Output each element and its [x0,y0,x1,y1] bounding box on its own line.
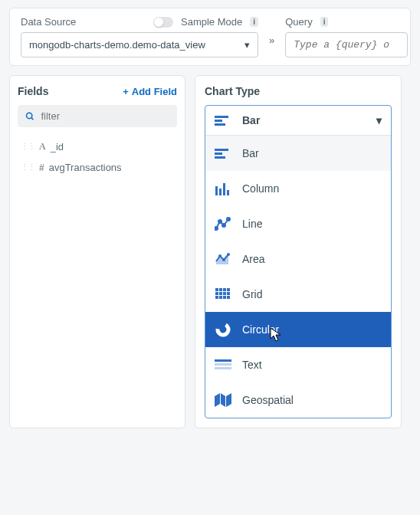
field-item-avg[interactable]: ⋮⋮ # avgTransactions [18,157,177,178]
bar-icon [215,113,231,127]
option-label: Column [242,182,279,195]
data-source-label: Data Source [21,16,76,28]
svg-point-13 [218,220,221,223]
chart-type-dropdown[interactable]: Bar ▾ Bar Column Line [205,105,392,418]
circular-icon [215,323,231,336]
svg-rect-35 [215,367,231,369]
svg-rect-21 [219,288,222,291]
chart-type-option-bar[interactable]: Bar [205,136,391,171]
option-label: Area [242,253,265,265]
svg-rect-10 [223,183,225,195]
svg-rect-34 [215,363,231,366]
filter-input[interactable] [41,110,169,122]
chart-type-option-circular[interactable]: Circular [205,312,391,347]
option-label: Grid [242,288,262,300]
sample-mode-info-icon[interactable]: i [250,17,258,27]
svg-rect-29 [219,296,222,299]
chart-type-option-geospatial[interactable]: Geospatial [205,382,391,418]
geospatial-icon [215,393,231,407]
svg-rect-24 [215,292,218,295]
svg-rect-22 [223,288,226,291]
area-icon [215,252,231,266]
svg-rect-2 [215,116,228,118]
field-item-id[interactable]: ⋮⋮ A _id [18,136,177,157]
chart-type-option-line[interactable]: Line [205,206,391,241]
svg-rect-20 [215,288,218,291]
svg-marker-37 [221,393,225,407]
svg-point-15 [227,218,230,221]
chart-type-panel: Chart Type Bar ▾ Bar Column [195,75,402,428]
svg-rect-4 [215,123,225,126]
query-labels: Query i [285,16,408,28]
main-area: Fields + Add Field ⋮⋮ A _id ⋮⋮ # avgTran… [9,75,411,428]
svg-rect-7 [215,156,225,159]
query-label: Query [285,16,312,28]
add-field-button[interactable]: + Add Field [123,86,177,97]
caret-down-icon: ▾ [376,114,382,126]
chart-type-option-text[interactable]: Text [205,347,391,382]
query-info-icon[interactable]: i [320,17,329,27]
svg-point-0 [27,113,32,118]
option-label: Line [242,218,262,230]
fields-filter[interactable] [18,105,177,127]
number-type-icon: # [39,162,44,173]
query-input[interactable] [285,32,408,57]
svg-point-12 [215,227,218,230]
chart-type-option-column[interactable]: Column [205,171,391,206]
sample-mode-toggle[interactable] [153,17,173,28]
option-label: Text [242,359,262,371]
svg-rect-31 [227,296,230,299]
svg-rect-5 [215,149,228,151]
svg-point-19 [227,253,230,256]
option-label: Bar [242,147,259,159]
fields-header: Fields + Add Field [18,85,177,97]
svg-marker-38 [226,393,231,407]
svg-point-14 [222,224,225,227]
svg-point-32 [215,322,230,336]
chevron-right-icon: » [269,16,274,46]
svg-rect-23 [227,288,230,291]
caret-down-icon: ▾ [244,39,250,51]
drag-handle-icon: ⋮⋮ [21,142,34,152]
bar-icon [215,146,231,160]
plus-icon: + [123,86,129,97]
column-icon [215,182,231,195]
svg-rect-30 [223,296,226,299]
drag-handle-icon: ⋮⋮ [21,162,34,172]
field-name: avgTransactions [49,162,122,173]
chart-type-selected-label: Bar [242,114,260,126]
query-block: Query i [285,16,408,57]
data-source-labels: Data Source Sample Mode i [21,16,258,28]
svg-marker-36 [215,393,220,407]
string-type-icon: A [39,141,46,153]
svg-rect-28 [215,296,218,299]
text-icon [215,358,231,372]
top-bar: Data Source Sample Mode i mongodb-charts… [9,8,411,66]
fields-title: Fields [18,85,48,97]
svg-rect-9 [219,189,221,195]
chart-type-option-grid[interactable]: Grid [205,277,391,312]
svg-rect-27 [227,292,230,295]
data-source-value: mongodb-charts-demo.demo-data_view [29,39,205,51]
svg-rect-26 [223,292,226,295]
chart-type-option-area[interactable]: Area [205,241,391,277]
data-source-block: Data Source Sample Mode i mongodb-charts… [21,16,258,57]
svg-point-17 [218,254,221,258]
svg-rect-11 [227,190,229,195]
grid-icon [215,287,231,301]
fields-panel: Fields + Add Field ⋮⋮ A _id ⋮⋮ # avgTran… [9,75,185,428]
line-icon [215,217,231,231]
cursor-icon [270,327,282,343]
sample-mode-label: Sample Mode [181,16,242,28]
chart-type-selected[interactable]: Bar ▾ [205,106,391,136]
svg-rect-3 [215,120,222,122]
svg-rect-8 [215,186,218,195]
search-icon [25,111,34,122]
option-label: Geospatial [242,394,294,406]
svg-rect-25 [219,292,222,295]
data-source-select[interactable]: mongodb-charts-demo.demo-data_view ▾ [21,32,258,57]
svg-point-18 [222,258,225,261]
svg-rect-6 [215,153,222,155]
chart-type-title: Chart Type [205,85,392,97]
svg-line-1 [31,117,34,120]
